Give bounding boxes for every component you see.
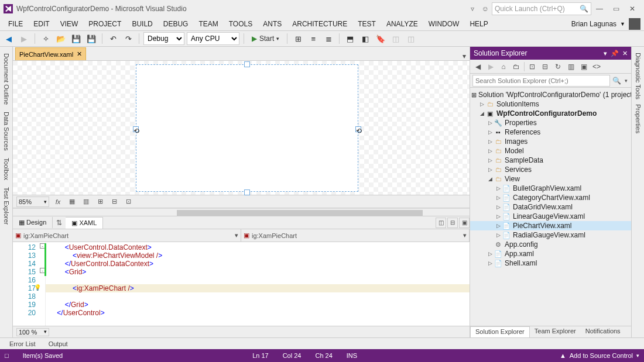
- tab-document-outline[interactable]: Document Outline: [1, 50, 12, 108]
- tab-xaml[interactable]: ▣ XAML: [66, 217, 103, 229]
- panel-close-icon[interactable]: ✕: [622, 50, 628, 57]
- tree-solutionitems[interactable]: ▷🗀SolutionItems: [470, 99, 631, 109]
- toolbar-btn-6[interactable]: 🔖: [374, 32, 387, 45]
- se-back-button[interactable]: ◀: [472, 61, 483, 72]
- se-home-button[interactable]: ⌂: [498, 61, 509, 72]
- menu-team[interactable]: TEAM: [194, 19, 222, 29]
- tree-datagrid[interactable]: ▷📄DataGridView.xaml: [470, 202, 631, 212]
- search-options-icon[interactable]: ▾: [624, 78, 629, 84]
- resize-handle-top[interactable]: [244, 61, 250, 67]
- toolbar-btn-5[interactable]: ◧: [359, 32, 372, 45]
- solution-tree[interactable]: ⊞Solution 'WpfControlConfiguratorDemo' (…: [470, 88, 631, 326]
- user-name[interactable]: Brian Lagunas: [571, 20, 616, 28]
- tree-categorychart[interactable]: ▷📄CategoryChartView.xaml: [470, 193, 631, 202]
- se-preview-button[interactable]: ▣: [578, 61, 589, 72]
- tree-services[interactable]: ▷🗀Services: [470, 165, 631, 174]
- toolbar-btn-3[interactable]: ≣: [322, 32, 335, 45]
- nav-scope-combo[interactable]: ▣ig:XamPieChart▾: [13, 229, 241, 242]
- menu-edit[interactable]: EDIT: [29, 19, 54, 29]
- open-file-button[interactable]: 📂: [54, 32, 67, 45]
- tree-appxaml[interactable]: ▷📄App.xaml: [470, 249, 631, 258]
- tab-design[interactable]: ▦ Design: [13, 217, 53, 228]
- tree-view[interactable]: ◢🗀View: [470, 174, 631, 184]
- undo-button[interactable]: ↶: [107, 32, 119, 45]
- collapse-pane-button[interactable]: ▣: [459, 218, 470, 228]
- menu-view[interactable]: VIEW: [56, 19, 83, 29]
- tab-error-list[interactable]: Error List: [4, 339, 42, 349]
- nav-forward-button[interactable]: ▶: [18, 32, 30, 45]
- menu-debug[interactable]: DEBUG: [159, 19, 193, 29]
- se-refresh-button[interactable]: ↻: [553, 61, 563, 72]
- se-code-button[interactable]: <>: [591, 61, 602, 72]
- close-button[interactable]: ✕: [624, 2, 640, 15]
- designer-snapline-button[interactable]: ⊞: [95, 196, 105, 207]
- redo-button[interactable]: ↷: [122, 32, 135, 45]
- tab-test-explorer[interactable]: Test Explorer: [1, 184, 12, 227]
- split-horizontal-button[interactable]: ⊟: [447, 218, 458, 228]
- resize-handle-bottom[interactable]: [244, 189, 250, 195]
- nav-back-button[interactable]: ◀: [2, 32, 15, 45]
- config-combo[interactable]: Debug: [143, 32, 184, 45]
- new-project-button[interactable]: ✧: [39, 32, 52, 45]
- tree-shellxaml[interactable]: ▷📄Shell.xaml: [470, 258, 631, 268]
- menu-project[interactable]: PROJECT: [84, 19, 126, 29]
- save-all-button[interactable]: 💾: [85, 32, 98, 45]
- start-button[interactable]: ▶ Start ▾: [248, 32, 283, 45]
- resize-handle-left[interactable]: ⟲: [133, 126, 139, 132]
- code-body[interactable]: <UserControl.DataContext> <view:PieChart…: [46, 242, 470, 326]
- swap-panes-button[interactable]: ⇅: [53, 219, 66, 227]
- resize-handle-right[interactable]: ⟲: [355, 126, 361, 132]
- menu-tools[interactable]: TOOLS: [224, 19, 257, 29]
- restore-button[interactable]: ▭: [608, 2, 624, 15]
- doc-tab-piechartview[interactable]: PieChartView.xaml ✕: [15, 47, 86, 60]
- designer-scrollbar[interactable]: [13, 208, 470, 216]
- feedback-icon[interactable]: ☺: [479, 5, 492, 13]
- se-properties-button[interactable]: ▥: [566, 61, 576, 72]
- tab-notifications[interactable]: Notifications: [581, 326, 625, 337]
- tree-project[interactable]: ◢▣WpfControlConfiguratorDemo: [470, 109, 631, 118]
- solution-explorer-header[interactable]: Solution Explorer ▾ 📌 ✕: [470, 47, 631, 60]
- designer-option-button[interactable]: ⊟: [109, 196, 119, 207]
- menu-architecture[interactable]: ARCHITECTURE: [287, 19, 352, 29]
- source-control-button[interactable]: Add to Source Control: [570, 352, 633, 359]
- tab-overflow-button[interactable]: ▾: [459, 52, 470, 60]
- tab-toolbox[interactable]: Toolbox: [1, 155, 12, 183]
- toolbar-btn-7[interactable]: ◫: [389, 32, 402, 45]
- panel-dropdown-icon[interactable]: ▾: [604, 50, 607, 57]
- toolbar-btn-2[interactable]: ≡: [307, 32, 320, 45]
- toolbar-btn-8[interactable]: ◫: [405, 32, 417, 45]
- nav-member-combo[interactable]: ▣ig:XamPieChart▾: [241, 229, 470, 242]
- design-artboard[interactable]: [136, 64, 358, 192]
- notification-funnel-icon[interactable]: ▿: [466, 5, 479, 13]
- se-collapse-button[interactable]: ⊟: [540, 61, 550, 72]
- se-showall-button[interactable]: ⊡: [527, 61, 537, 72]
- split-vertical-button[interactable]: ◫: [436, 218, 446, 228]
- source-control-dropdown-icon[interactable]: ▾: [636, 353, 639, 358]
- se-sync-button[interactable]: 🗀: [511, 61, 522, 72]
- menu-window[interactable]: WINDOW: [424, 19, 464, 29]
- menu-test[interactable]: TEST: [353, 19, 381, 29]
- menu-file[interactable]: FILE: [4, 19, 28, 29]
- tree-properties[interactable]: ▷🔧Properties: [470, 118, 631, 127]
- lightbulb-icon[interactable]: 💡: [34, 284, 41, 291]
- menu-build[interactable]: BUILD: [127, 19, 157, 29]
- toolbar-btn-4[interactable]: ⬒: [344, 32, 357, 45]
- tab-data-sources[interactable]: Data Sources: [1, 109, 12, 154]
- scrollbar-thumb[interactable]: [177, 210, 423, 216]
- designer-option2-button[interactable]: ⊡: [123, 196, 133, 207]
- designer-zoom-combo[interactable]: 85%▾: [16, 196, 49, 207]
- panel-pin-icon[interactable]: 📌: [611, 50, 619, 57]
- tab-properties[interactable]: Properties: [633, 102, 643, 136]
- se-search-input[interactable]: [472, 75, 610, 87]
- designer-grid-button[interactable]: ▦: [67, 196, 77, 207]
- tab-diagnostic-tools[interactable]: Diagnostic Tools: [633, 50, 643, 102]
- menu-help[interactable]: HELP: [465, 19, 492, 29]
- tree-sampledata[interactable]: ▷🗀SampleData: [470, 156, 631, 165]
- toolbar-btn-1[interactable]: ⊞: [292, 32, 304, 45]
- tree-appconfig[interactable]: ⚙App.config: [470, 240, 631, 249]
- tab-solution-explorer[interactable]: Solution Explorer: [470, 326, 530, 337]
- search-icon[interactable]: 🔍: [610, 77, 624, 85]
- tree-piechart[interactable]: ▷📄PieChartView.xaml: [470, 221, 631, 230]
- menu-ants[interactable]: ANTS: [258, 19, 286, 29]
- source-control-add-icon[interactable]: ▲: [560, 352, 566, 359]
